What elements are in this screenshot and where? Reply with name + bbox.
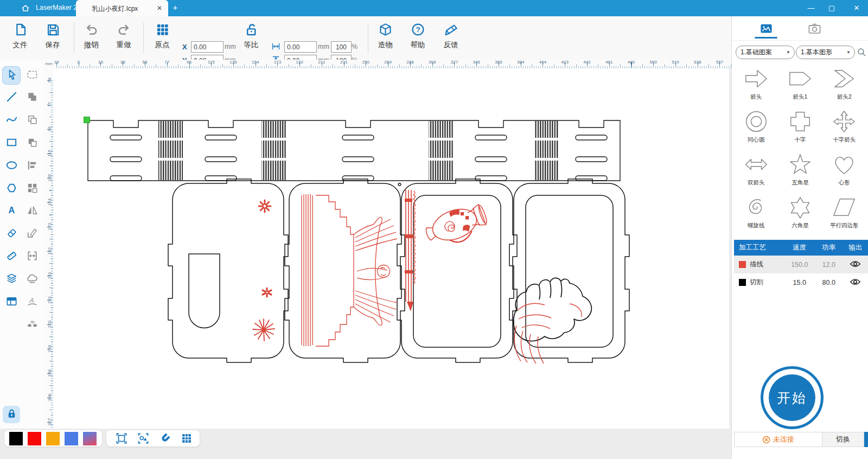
- shape-item-arrow1[interactable]: 箭头1: [778, 63, 822, 106]
- layer-color-swatch[interactable]: [739, 261, 746, 268]
- search-icon[interactable]: [857, 47, 866, 59]
- maximize-button[interactable]: ▢: [822, 0, 841, 16]
- color-swatch-gradient[interactable]: [83, 432, 97, 445]
- snap-magnet-button[interactable]: [158, 432, 171, 445]
- make-button[interactable]: 造物: [370, 21, 400, 55]
- layers-icon: [5, 272, 18, 287]
- tool-text-on-path[interactable]: A: [23, 294, 41, 311]
- feedback-button[interactable]: 反馈: [436, 21, 466, 55]
- burst-decoration[interactable]: [253, 319, 275, 341]
- category-dropdown-secondary[interactable]: 1.基本图形 ▼: [796, 46, 855, 59]
- tool-expand[interactable]: [23, 248, 41, 265]
- tool-line[interactable]: [3, 90, 20, 107]
- undo-icon: [84, 22, 99, 39]
- tool-duplicate[interactable]: [23, 112, 41, 130]
- width-input[interactable]: [284, 41, 317, 53]
- tab-close-icon[interactable]: ✕: [155, 4, 164, 12]
- color-swatch-black[interactable]: [9, 432, 23, 445]
- home-icon[interactable]: [21, 3, 30, 15]
- minimize-button[interactable]: —: [802, 0, 820, 16]
- tab-shape-gallery[interactable]: [755, 22, 777, 38]
- shape-label: 双箭头: [748, 179, 765, 187]
- shape-item-parallelogram[interactable]: 平行四边形: [822, 192, 866, 234]
- shape-item-double-arrow[interactable]: 双箭头: [734, 149, 778, 192]
- tool-measure[interactable]: [3, 248, 20, 265]
- speed-value[interactable]: 150.0: [784, 261, 815, 269]
- shape-item-arrow[interactable]: 箭头: [734, 63, 778, 106]
- vase-engraving[interactable]: [422, 200, 491, 252]
- tab-camera[interactable]: [803, 22, 825, 38]
- redo-button[interactable]: 重做: [108, 21, 139, 55]
- tool-node-edit[interactable]: [23, 226, 41, 243]
- layer-color-swatch[interactable]: [739, 279, 746, 286]
- tool-table[interactable]: [3, 294, 20, 311]
- undo-button[interactable]: 撤销: [76, 21, 106, 55]
- output-eye-icon[interactable]: [843, 278, 868, 288]
- tool-break-apart[interactable]: [23, 316, 41, 334]
- statue-engraving[interactable]: [302, 194, 397, 346]
- tool-align-left[interactable]: [23, 157, 41, 175]
- origin-button[interactable]: 原点: [147, 21, 177, 55]
- color-swatch-blue[interactable]: [65, 432, 78, 445]
- tool-arrange[interactable]: [23, 180, 41, 197]
- color-swatch-red[interactable]: [28, 432, 41, 445]
- width-percent-input[interactable]: [331, 41, 352, 53]
- help-button[interactable]: ? 帮助: [403, 21, 433, 55]
- tool-mirror[interactable]: [23, 203, 41, 220]
- grid-button[interactable]: [180, 432, 193, 445]
- tool-rectangle[interactable]: [3, 135, 20, 152]
- tool-subtract[interactable]: [23, 135, 41, 152]
- panel-hand[interactable]: [509, 179, 629, 362]
- measure-icon: [5, 250, 18, 264]
- shape-item-arrow2[interactable]: 箭头2: [822, 63, 866, 106]
- tool-eraser[interactable]: [3, 226, 20, 243]
- tool-polygon[interactable]: [3, 180, 20, 197]
- snowflake-decoration[interactable]: [259, 200, 271, 212]
- start-button[interactable]: 开始: [761, 366, 824, 429]
- proportional-lock-button[interactable]: 等比: [237, 21, 266, 55]
- shape-item-star5[interactable]: 五角星: [778, 149, 822, 192]
- tool-ellipse[interactable]: [3, 157, 20, 175]
- category-dropdown-primary[interactable]: 1.基础图案 ▼: [736, 46, 795, 59]
- selection-handle[interactable]: [84, 117, 90, 123]
- tool-curve[interactable]: [3, 112, 20, 130]
- shape-item-star6[interactable]: 六角星: [778, 192, 822, 234]
- file-button[interactable]: 文件: [5, 21, 35, 55]
- speed-value[interactable]: 15.0: [784, 279, 815, 286]
- color-swatch-bar: [4, 430, 102, 447]
- output-eye-icon[interactable]: [843, 260, 868, 270]
- marquee-icon: [26, 68, 39, 83]
- process-row-切割[interactable]: 切割15.080.0: [734, 273, 868, 291]
- hand-engraving[interactable]: [513, 278, 591, 364]
- save-button[interactable]: 保存: [37, 21, 68, 55]
- document-tab[interactable]: 乳山小夜灯.lcpx ✕: [76, 0, 168, 16]
- shape-item-cross[interactable]: 十字: [778, 106, 822, 149]
- shape-item-spiral[interactable]: 螺旋线: [734, 192, 778, 234]
- tool-marquee[interactable]: [23, 67, 41, 84]
- tool-text[interactable]: A: [3, 203, 20, 220]
- tool-cloud-stamp[interactable]: [23, 271, 41, 288]
- shape-item-cross-arrow[interactable]: 十字箭头: [822, 106, 866, 149]
- tool-select[interactable]: [3, 67, 20, 84]
- shape-item-concentric-circles[interactable]: 同心圆: [734, 106, 778, 149]
- new-tab-button[interactable]: +: [170, 3, 180, 12]
- switch-device-button[interactable]: 切换: [822, 432, 864, 447]
- power-value[interactable]: 80.0: [815, 279, 843, 286]
- fit-view-button[interactable]: [137, 432, 150, 445]
- design-canvas[interactable]: [53, 68, 729, 429]
- process-row-描线[interactable]: 描线150.012.0: [734, 256, 868, 273]
- tool-layers[interactable]: [3, 271, 20, 288]
- shape-item-heart[interactable]: 心形: [822, 149, 866, 192]
- color-swatch-orange[interactable]: [46, 432, 60, 445]
- flower-decoration[interactable]: [263, 288, 271, 297]
- power-value[interactable]: 12.0: [815, 261, 843, 269]
- frame-button[interactable]: [115, 432, 128, 445]
- x-input[interactable]: [191, 41, 224, 53]
- panel-statue[interactable]: [285, 179, 405, 362]
- width-percent-sign: %: [352, 43, 358, 50]
- close-button[interactable]: ✕: [847, 0, 866, 16]
- tool-lock[interactable]: [3, 406, 20, 423]
- right-panel: 1.基础图案 ▼ 1.基本图形 ▼ 箭头箭头1箭头2同心圆十字十字箭头双箭头五角…: [731, 16, 868, 459]
- expand-icon: [26, 250, 39, 264]
- tool-weld-union[interactable]: [23, 90, 41, 107]
